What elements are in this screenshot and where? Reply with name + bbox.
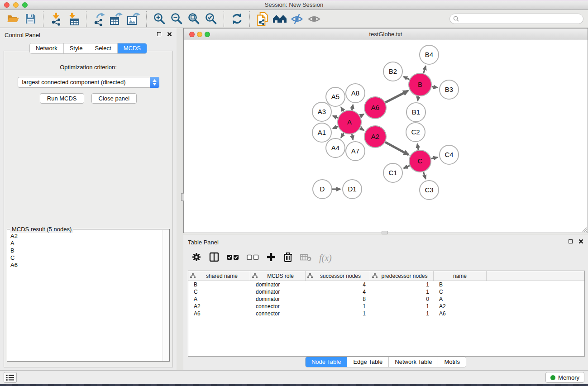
graph-edge-A-A8[interactable] xyxy=(352,105,353,110)
tab-network[interactable]: Network xyxy=(30,43,63,53)
table-cell[interactable]: 8 xyxy=(306,296,370,302)
table-cell[interactable]: connector xyxy=(250,310,306,317)
table-cell[interactable]: 0 xyxy=(370,296,434,302)
table-cell[interactable]: 1 xyxy=(306,310,370,317)
minimize-window-button[interactable] xyxy=(13,2,19,8)
tab-motifs[interactable]: Motifs xyxy=(438,357,466,367)
graph-node-B[interactable]: B xyxy=(409,73,431,96)
graph-node-A1[interactable]: A1 xyxy=(312,123,331,142)
table-settings-button[interactable] xyxy=(191,252,201,264)
refresh-button[interactable] xyxy=(228,11,245,27)
tab-node-table[interactable]: Node Table xyxy=(306,357,347,367)
table-cell[interactable]: A6 xyxy=(188,310,250,317)
graph-node-B1[interactable]: B1 xyxy=(406,103,425,122)
tab-mcds[interactable]: MCDS xyxy=(117,43,147,53)
import-network-button[interactable] xyxy=(48,11,65,27)
graph-node-A5[interactable]: A5 xyxy=(326,87,345,106)
table-row[interactable]: A6connector11A6 xyxy=(188,310,584,317)
table-cell[interactable]: 1 xyxy=(306,303,370,310)
tab-network-table[interactable]: Network Table xyxy=(388,357,438,367)
graph-node-D1[interactable]: D1 xyxy=(343,180,362,199)
column-header-predecessor-nodes[interactable]: predecessor nodes xyxy=(370,271,434,281)
graph-edge-A6-B[interactable] xyxy=(385,91,408,103)
graph-node-A3[interactable]: A3 xyxy=(312,102,331,121)
result-list-item[interactable]: A2 xyxy=(10,233,163,240)
graph-node-C4[interactable]: C4 xyxy=(440,145,459,164)
close-view-button[interactable] xyxy=(189,32,195,37)
save-session-button[interactable] xyxy=(22,11,39,27)
graph-edge-A-A6[interactable] xyxy=(360,114,364,116)
minimize-view-button[interactable] xyxy=(197,32,202,37)
graph-node-D[interactable]: D xyxy=(313,180,332,199)
table-cell[interactable]: 1 xyxy=(370,303,434,310)
column-header-successor-nodes[interactable]: successor nodes xyxy=(306,271,370,281)
zoom-window-button[interactable] xyxy=(22,2,28,8)
tab-style[interactable]: Style xyxy=(63,43,89,53)
result-list-scrollbar[interactable] xyxy=(163,230,169,361)
float-table-panel-icon[interactable] xyxy=(569,239,573,243)
show-columns-button[interactable] xyxy=(209,252,219,264)
table-cell[interactable]: B xyxy=(188,281,250,288)
create-column-button[interactable] xyxy=(267,253,276,263)
float-panel-icon[interactable] xyxy=(157,32,161,36)
graph-node-A6[interactable]: A6 xyxy=(364,97,386,119)
graph-edge-A-A5[interactable] xyxy=(341,107,344,112)
table-row[interactable]: Cdominator41C xyxy=(188,288,584,295)
table-cell[interactable]: 1 xyxy=(370,310,434,317)
graph-edge-C-C2[interactable] xyxy=(417,144,418,150)
graph-edge-A-A2[interactable] xyxy=(360,128,364,130)
search-field[interactable] xyxy=(449,14,583,24)
open-session-button[interactable] xyxy=(5,11,22,27)
graph-node-B3[interactable]: B3 xyxy=(440,80,459,99)
graph-node-A4[interactable]: A4 xyxy=(326,138,345,157)
graph-node-A[interactable]: A xyxy=(338,110,361,134)
horizontal-splitter-handle[interactable] xyxy=(382,231,388,234)
graph-node-B2[interactable]: B2 xyxy=(383,62,402,81)
network-from-file-button[interactable] xyxy=(254,11,271,27)
result-list-item[interactable]: C xyxy=(10,254,163,262)
result-list-item[interactable]: A6 xyxy=(10,262,163,269)
zoom-view-button[interactable] xyxy=(205,32,210,37)
table-cell[interactable]: dominator xyxy=(250,296,306,302)
table-cell[interactable]: dominator xyxy=(250,289,306,295)
zoom-fit-button[interactable] xyxy=(185,11,202,27)
hide-graphics-details-button[interactable] xyxy=(288,11,306,27)
select-all-columns-button[interactable] xyxy=(227,254,239,262)
network-window-titlebar[interactable]: testGlobe.txt xyxy=(184,29,588,40)
run-mcds-button[interactable]: Run MCDS xyxy=(40,93,84,104)
graph-edge-A-A4[interactable] xyxy=(341,133,344,138)
table-row[interactable]: Bdominator41B xyxy=(188,281,584,288)
zoom-selected-button[interactable] xyxy=(202,11,220,27)
graph-edge-B-B1[interactable] xyxy=(418,96,418,101)
import-table-button[interactable] xyxy=(65,11,82,27)
table-cell[interactable]: A6 xyxy=(434,310,487,317)
zoom-out-button[interactable] xyxy=(168,11,185,27)
splitter-collapse-handle[interactable] xyxy=(181,193,184,201)
export-image-button[interactable] xyxy=(125,11,142,27)
graph-node-A8[interactable]: A8 xyxy=(346,84,365,103)
table-cell[interactable]: C xyxy=(434,289,487,295)
result-list-item[interactable]: A xyxy=(10,240,163,247)
unselect-all-columns-button[interactable] xyxy=(247,254,259,262)
tab-select[interactable]: Select xyxy=(89,43,117,53)
column-header-shared-name[interactable]: shared name xyxy=(188,271,250,281)
graph-node-C1[interactable]: C1 xyxy=(383,163,402,182)
table-row[interactable]: A2connector11A2 xyxy=(188,303,584,310)
table-cell[interactable]: C xyxy=(188,289,250,295)
show-graphics-details-button[interactable] xyxy=(306,11,323,27)
graph-edge-B-B3[interactable] xyxy=(432,86,438,87)
resize-grip-icon[interactable] xyxy=(581,226,587,232)
graph-node-B4[interactable]: B4 xyxy=(420,45,439,64)
table-cell[interactable]: A2 xyxy=(434,303,487,310)
graph-edge-C-C1[interactable] xyxy=(404,166,410,168)
close-panel-icon[interactable] xyxy=(167,32,172,37)
graph-node-A2[interactable]: A2 xyxy=(364,126,386,148)
graph-node-A7[interactable]: A7 xyxy=(346,142,365,161)
task-history-button[interactable] xyxy=(4,372,17,383)
close-table-panel-icon[interactable] xyxy=(578,239,583,244)
graph-edge-A-A1[interactable] xyxy=(333,127,338,129)
graph-edge-C-C4[interactable] xyxy=(431,157,437,159)
result-list-item[interactable]: B xyxy=(10,247,163,254)
table-cell[interactable]: A xyxy=(434,296,487,302)
graph-node-C3[interactable]: C3 xyxy=(420,181,439,200)
